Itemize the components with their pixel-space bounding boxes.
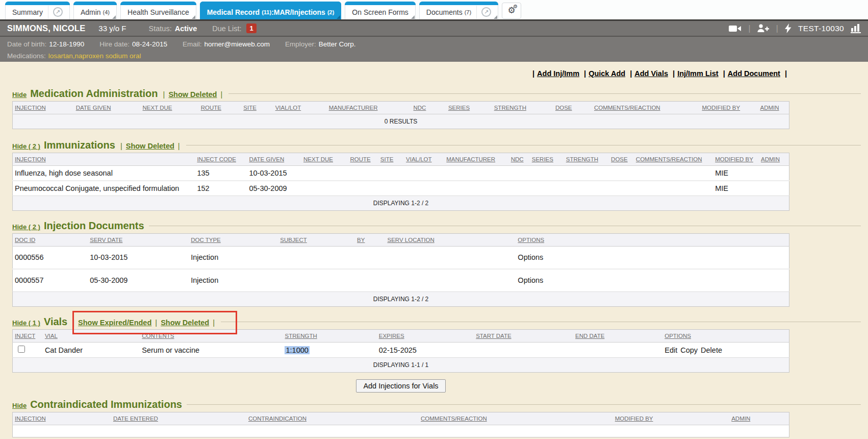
column-header[interactable]: ADMIN: [729, 412, 789, 425]
column-header[interactable]: INJECT: [13, 330, 43, 343]
column-header[interactable]: SUBJECT: [278, 234, 355, 247]
options-menu[interactable]: Options: [518, 276, 543, 284]
tab-admin[interactable]: Admin (4): [73, 2, 117, 19]
hide-link[interactable]: Hide: [12, 402, 27, 409]
hide-link[interactable]: Hide ( 2 ): [12, 223, 40, 231]
column-header[interactable]: CONTENTS: [140, 330, 283, 343]
tab-medical-record[interactable]: Medical Record (11) :MAR/Injections (2): [200, 2, 342, 19]
column-header[interactable]: EXPIRES: [377, 330, 474, 343]
column-header[interactable]: END DATE: [573, 330, 662, 343]
tab-health-surveillance[interactable]: Health Surveillance: [120, 2, 196, 19]
column-header[interactable]: MODIFIED BY: [713, 153, 759, 166]
action-links: |Add Inj/Imm |Quick Add |Add Vials |Inj/…: [12, 69, 789, 78]
column-header[interactable]: CONTRAINDICATION: [246, 412, 419, 425]
column-header[interactable]: SERV LOCATION: [386, 234, 516, 247]
column-header[interactable]: ADMIN: [758, 102, 789, 114]
show-deleted-link[interactable]: Show Deleted: [168, 90, 217, 99]
column-header[interactable]: VIAL/LOT: [273, 102, 327, 114]
column-header[interactable]: SITE: [378, 153, 404, 166]
column-header[interactable]: MANUFACTURER: [444, 153, 508, 166]
column-header[interactable]: SERIES: [530, 153, 564, 166]
table-row: 0000557 05-30-2009 Injection Options: [13, 269, 789, 292]
column-header[interactable]: STRENGTH: [564, 153, 609, 166]
vial-select-checkbox[interactable]: [18, 346, 25, 353]
delete-link[interactable]: Delete: [701, 346, 722, 354]
open-in-new-window-icon[interactable]: ↗: [48, 6, 63, 19]
medication-link[interactable]: losartan: [48, 52, 73, 60]
column-header[interactable]: DOC ID: [13, 234, 88, 247]
column-header[interactable]: COMMENTS/REACTION: [592, 102, 700, 114]
add-inj-imm-link[interactable]: Add Inj/Imm: [537, 69, 579, 78]
table-row: 0000556 10-03-2015 Injection Options: [13, 247, 789, 270]
bar-chart-icon[interactable]: [851, 24, 861, 33]
show-deleted-link[interactable]: Show Deleted: [126, 142, 174, 150]
show-deleted-link[interactable]: Show Deleted: [161, 319, 209, 327]
section-header: Hide ( 2 ) Immunizations | Show Deleted …: [12, 139, 861, 151]
column-header[interactable]: NDC: [509, 153, 530, 166]
column-header[interactable]: MODIFIED BY: [700, 102, 758, 114]
edit-link[interactable]: Edit: [665, 346, 677, 354]
show-expired-ended-link[interactable]: Show Expired/Ended: [78, 319, 151, 327]
serv-date-cell: 05-30-2009: [88, 269, 189, 292]
column-header[interactable]: COMMENTS/REACTION: [634, 153, 713, 166]
tab-summary[interactable]: Summary ↗: [5, 2, 70, 19]
section-header: Hide ( 1 ) Vials | Show Expired/Ended | …: [12, 316, 861, 328]
contents-cell: Serum or vaccine: [140, 343, 283, 358]
column-header[interactable]: SERV DATE: [88, 234, 189, 247]
add-document-link[interactable]: Add Document: [728, 69, 780, 78]
inj-imm-list-link[interactable]: Inj/Imm List: [677, 69, 719, 78]
column-header[interactable]: BY: [355, 234, 385, 247]
column-header[interactable]: VIAL/LOT: [404, 153, 444, 166]
due-list-badge[interactable]: 1: [246, 23, 256, 33]
video-camera-icon[interactable]: [729, 25, 742, 33]
column-header[interactable]: STRENGTH: [492, 102, 553, 114]
column-header[interactable]: INJECTION: [13, 412, 111, 425]
column-header[interactable]: COMMENTS/REACTION: [419, 412, 613, 425]
column-header[interactable]: NEXT DUE: [301, 153, 348, 166]
patient-demographics-row: Date of birth:12-18-1990 Hire date:08-24…: [0, 37, 868, 50]
column-header[interactable]: INJECT CODE: [195, 153, 247, 166]
tab-label: Health Surveillance: [127, 8, 189, 16]
column-header[interactable]: OPTIONS: [662, 330, 789, 343]
section-vials: Hide ( 1 ) Vials | Show Expired/Ended | …: [12, 316, 861, 373]
open-in-new-window-icon[interactable]: ↗: [476, 6, 491, 19]
column-header[interactable]: DOSE: [553, 102, 592, 114]
column-header[interactable]: ADMIN: [759, 153, 789, 166]
add-person-icon[interactable]: [757, 24, 770, 33]
column-header[interactable]: DOSE: [609, 153, 634, 166]
column-header[interactable]: MODIFIED BY: [613, 412, 729, 425]
column-header[interactable]: START DATE: [474, 330, 573, 343]
column-header[interactable]: DATE GIVEN: [74, 102, 141, 114]
options-menu[interactable]: Options: [518, 253, 543, 261]
email-value: horner@mieweb.com: [204, 40, 270, 48]
column-header[interactable]: MANUFACTURER: [327, 102, 412, 114]
medication-link[interactable]: naproxen sodium oral: [75, 52, 141, 60]
add-injections-for-vials-button[interactable]: Add Injections for Vials: [356, 379, 445, 393]
tab-documents[interactable]: Documents (7) ↗: [419, 2, 498, 19]
column-header[interactable]: ROUTE: [199, 102, 242, 114]
quick-add-link[interactable]: Quick Add: [589, 69, 625, 78]
column-header[interactable]: INJECTION: [13, 102, 74, 114]
column-header[interactable]: VIAL: [43, 330, 140, 343]
tab-on-screen-forms[interactable]: On Screen Forms: [345, 2, 415, 19]
column-header[interactable]: DATE GIVEN: [247, 153, 301, 166]
copy-link[interactable]: Copy: [680, 346, 698, 354]
column-header[interactable]: SERIES: [446, 102, 492, 114]
column-header[interactable]: DATE ENTERED: [111, 412, 246, 425]
hide-link[interactable]: Hide ( 1 ): [12, 319, 40, 327]
column-header[interactable]: NEXT DUE: [141, 102, 199, 114]
add-vials-link[interactable]: Add Vials: [634, 69, 668, 78]
column-header[interactable]: NDC: [411, 102, 446, 114]
divider: [149, 226, 861, 226]
main-content: |Add Inj/Imm |Quick Add |Add Vials |Inj/…: [0, 69, 868, 437]
lightning-icon[interactable]: [785, 23, 792, 33]
settings-gear-button[interactable]: ⚙ ⚙: [502, 3, 521, 19]
column-header[interactable]: OPTIONS: [516, 234, 789, 247]
column-header[interactable]: SITE: [241, 102, 273, 114]
column-header[interactable]: INJECTION: [13, 153, 195, 166]
column-header[interactable]: STRENGTH: [283, 330, 376, 343]
column-header[interactable]: DOC TYPE: [189, 234, 278, 247]
hide-link[interactable]: Hide ( 2 ): [12, 142, 40, 150]
hide-link[interactable]: Hide: [12, 91, 27, 99]
column-header[interactable]: ROUTE: [348, 153, 378, 166]
